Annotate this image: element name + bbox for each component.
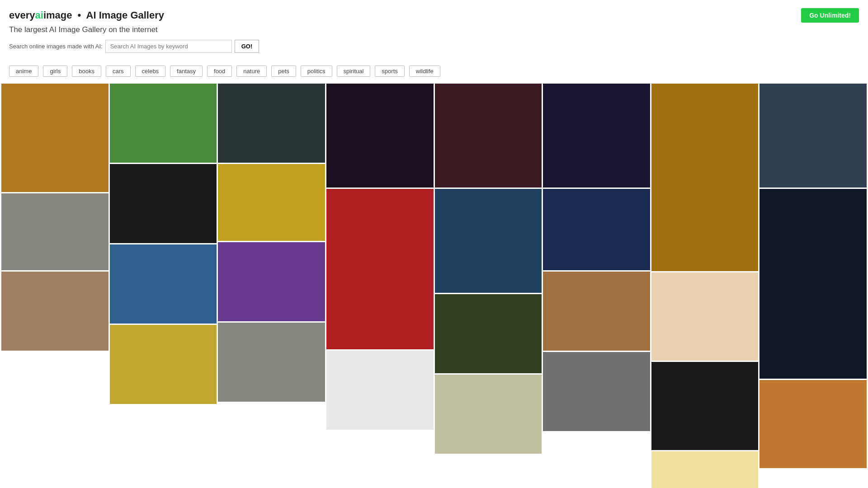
tag-celebs[interactable]: celebs [135,66,166,77]
gallery-image[interactable] [218,84,325,163]
gallery-image[interactable] [760,189,867,379]
tag-girls[interactable]: girls [43,66,67,77]
tags-row: animegirlsbookscarscelebsfantasyfoodnatu… [0,64,868,82]
gallery-image[interactable] [760,380,867,468]
gallery-image[interactable] [110,164,217,243]
gallery-image[interactable] [218,164,325,241]
search-label: Search online images made with AI: [9,43,103,50]
tag-sports[interactable]: sports [375,66,404,77]
gallery-column-0 [1,84,108,488]
header: everyaiimage • AI Image Gallery Go Unlim… [0,0,868,64]
gallery-image[interactable] [1,193,108,270]
tag-nature[interactable]: nature [236,66,267,77]
gallery-image[interactable] [218,323,325,402]
gallery-column-2 [218,84,325,488]
gallery-image[interactable] [1,272,108,351]
search-row: Search online images made with AI: GO! [9,40,859,53]
tag-cars[interactable]: cars [106,66,131,77]
logo-every: every [9,9,35,21]
gallery-image[interactable] [760,84,867,188]
gallery-column-3 [326,84,434,488]
logo-image: image [43,9,72,21]
gallery-image[interactable] [110,84,217,163]
search-input[interactable] [105,40,232,53]
gallery-image[interactable] [435,189,542,293]
logo-gallery-text: AI Image Gallery [86,9,164,21]
logo: everyaiimage • AI Image Gallery [9,9,164,21]
gallery-image[interactable] [326,189,434,349]
logo-separator: • [78,9,81,21]
gallery-image[interactable] [110,325,217,404]
gallery-image[interactable] [543,84,650,188]
go-button[interactable]: GO! [235,40,259,53]
gallery-column-6 [651,84,759,488]
gallery-column-5 [543,84,650,488]
gallery-image[interactable] [543,352,650,431]
gallery-column-1 [110,84,217,488]
gallery-image[interactable] [326,84,434,188]
gallery-image[interactable] [435,294,542,373]
tag-anime[interactable]: anime [9,66,38,77]
go-unlimited-button[interactable]: Go Unlimited! [801,8,859,23]
gallery-column-4 [435,84,542,488]
gallery-image[interactable] [326,351,434,430]
gallery-image[interactable] [110,244,217,324]
gallery-column-7 [760,84,867,488]
gallery [0,82,868,488]
tagline: The largest AI Image Gallery on the inte… [9,25,859,34]
gallery-image[interactable] [651,451,759,488]
gallery-image[interactable] [218,242,325,321]
tag-spiritual[interactable]: spiritual [337,66,371,77]
gallery-image[interactable] [651,362,759,450]
logo-ai: ai [35,9,43,21]
gallery-image[interactable] [543,189,650,270]
gallery-image[interactable] [1,84,108,192]
gallery-image[interactable] [435,84,542,188]
gallery-image[interactable] [435,375,542,454]
gallery-image[interactable] [543,272,650,351]
tag-food[interactable]: food [207,66,232,77]
tag-books[interactable]: books [72,66,101,77]
tag-wildlife[interactable]: wildlife [409,66,440,77]
tag-fantasy[interactable]: fantasy [170,66,203,77]
gallery-image[interactable] [651,272,759,361]
gallery-image[interactable] [651,84,759,271]
tag-pets[interactable]: pets [271,66,296,77]
tag-politics[interactable]: politics [301,66,332,77]
